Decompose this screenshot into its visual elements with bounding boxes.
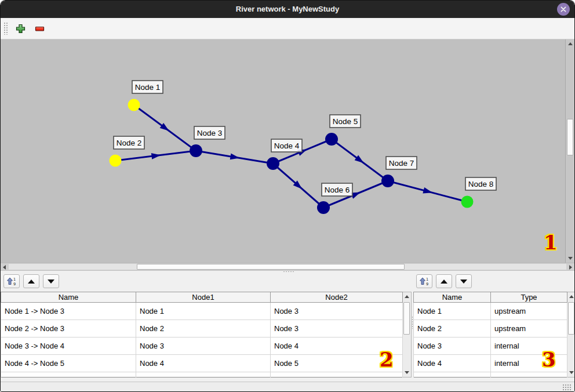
- table-cell[interactable]: Node 5: [271, 355, 403, 372]
- up-arrow-icon: [28, 280, 35, 284]
- node-label[interactable]: Node 7: [386, 157, 417, 169]
- table-cell[interactable]: Node 2: [136, 320, 271, 337]
- plus-icon: [16, 24, 26, 34]
- nodes-table-wrap: Name Type Node 1upstreamNode 2upstreamNo…: [413, 292, 575, 378]
- node-label[interactable]: Node 2: [114, 136, 144, 149]
- reaches-toolbar: 1 9: [1, 271, 412, 292]
- canvas-horizontal-scrollbar[interactable]: [1, 263, 574, 271]
- table-cell[interactable]: Node 3: [271, 303, 403, 320]
- table-row-partial: [1, 372, 403, 378]
- remove-node-button[interactable]: [32, 21, 47, 36]
- table-cell[interactable]: internal: [491, 337, 567, 355]
- app-window: River network - MyNewStudy: [0, 0, 575, 392]
- sort-button[interactable]: 1 9: [3, 274, 20, 288]
- network-node[interactable]: [325, 133, 338, 146]
- table-row[interactable]: Node 1upstream: [414, 303, 567, 320]
- scrollbar-thumb[interactable]: [567, 119, 573, 155]
- node-label[interactable]: Node 1: [132, 81, 163, 93]
- river-network-diagram[interactable]: Node 1Node 2Node 3Node 4Node 5Node 6Node…: [1, 39, 566, 263]
- table-cell[interactable]: Node 1: [136, 303, 271, 320]
- column-header-name[interactable]: Name: [414, 292, 491, 303]
- table-row[interactable]: Node 4 -> Node 5Node 4Node 5: [1, 355, 403, 372]
- network-canvas[interactable]: Node 1Node 2Node 3Node 4Node 5Node 6Node…: [1, 39, 574, 263]
- table-cell[interactable]: Node 2: [414, 320, 491, 337]
- network-node[interactable]: [461, 196, 474, 208]
- table-row[interactable]: Node 3internal: [414, 337, 567, 355]
- table-cell[interactable]: Node 1 -> Node 3: [1, 303, 136, 320]
- table-row[interactable]: Node 4internal: [414, 355, 567, 372]
- node-label[interactable]: Node 4: [271, 139, 302, 152]
- reaches-table: Name Node1 Node2 Node 1 -> Node 3Node 1N…: [1, 292, 403, 378]
- titlebar[interactable]: River network - MyNewStudy: [1, 1, 574, 18]
- table-cell[interactable]: Node 4: [136, 355, 271, 372]
- table-row[interactable]: Node 2upstream: [414, 320, 567, 337]
- table-cell[interactable]: upstream: [491, 303, 567, 320]
- table-row[interactable]: Node 3 -> Node 4Node 3Node 4: [1, 337, 403, 355]
- network-node[interactable]: [317, 201, 330, 214]
- table-cell[interactable]: upstream: [491, 320, 567, 337]
- table-cell[interactable]: Node 4: [414, 355, 491, 372]
- scroll-up-icon[interactable]: [568, 42, 573, 45]
- svg-text:Node 1: Node 1: [135, 83, 161, 92]
- table-cell[interactable]: Node 3: [414, 337, 491, 355]
- sort-icon: 1 9: [420, 277, 429, 286]
- network-node[interactable]: [128, 99, 140, 111]
- bottom-panels: 1 9 Name Node1: [1, 271, 574, 382]
- move-up-button[interactable]: [436, 274, 452, 288]
- network-node[interactable]: [110, 155, 122, 167]
- scrollbar-thumb[interactable]: [568, 302, 574, 335]
- table-cell[interactable]: Node 3 -> Node 4: [1, 337, 136, 355]
- edge-arrow-icon: [423, 187, 432, 194]
- table-cell[interactable]: Node 4: [271, 337, 403, 355]
- toolbar-drag-handle[interactable]: [3, 22, 8, 35]
- column-header-node1[interactable]: Node1: [136, 292, 271, 303]
- column-header-name[interactable]: Name: [1, 292, 136, 303]
- scrollbar-thumb[interactable]: [137, 264, 405, 270]
- table-cell: [491, 372, 567, 378]
- table-cell[interactable]: Node 3: [271, 320, 403, 337]
- move-down-button[interactable]: [43, 274, 59, 288]
- table-cell[interactable]: Node 4 -> Node 5: [1, 355, 136, 372]
- network-node[interactable]: [381, 175, 394, 187]
- table-cell[interactable]: Node 1: [414, 303, 491, 320]
- scroll-left-icon[interactable]: [3, 265, 6, 270]
- down-arrow-icon: [48, 280, 54, 284]
- scroll-down-icon[interactable]: [569, 371, 574, 374]
- node-label[interactable]: Node 8: [465, 177, 496, 190]
- scroll-down-icon[interactable]: [405, 371, 409, 374]
- node-label[interactable]: Node 3: [194, 126, 225, 139]
- svg-text:Node 4: Node 4: [274, 141, 300, 150]
- table-cell[interactable]: Node 3: [136, 337, 271, 355]
- sort-button[interactable]: 1 9: [416, 274, 432, 288]
- scroll-right-icon[interactable]: [569, 265, 572, 270]
- table-cell[interactable]: Node 2 -> Node 3: [1, 320, 136, 337]
- move-up-button[interactable]: [23, 274, 39, 288]
- table-row-partial: [414, 372, 567, 378]
- scroll-down-icon[interactable]: [568, 257, 573, 260]
- column-header-type[interactable]: Type: [491, 292, 567, 303]
- column-header-node2[interactable]: Node2: [271, 292, 403, 303]
- scroll-up-icon[interactable]: [569, 295, 574, 298]
- node-label[interactable]: Node 5: [330, 115, 361, 128]
- window-title: River network - MyNewStudy: [1, 1, 574, 18]
- svg-text:Node 7: Node 7: [389, 159, 414, 168]
- add-node-button[interactable]: [13, 21, 28, 36]
- up-arrow-icon: [441, 280, 447, 284]
- close-button[interactable]: [557, 3, 570, 16]
- canvas-vertical-scrollbar[interactable]: [565, 39, 574, 263]
- table-cell[interactable]: internal: [491, 355, 567, 372]
- move-down-button[interactable]: [456, 274, 472, 288]
- node-label[interactable]: Node 6: [322, 183, 352, 196]
- scrollbar-thumb[interactable]: [403, 302, 410, 335]
- network-node[interactable]: [190, 144, 202, 157]
- reaches-vertical-scrollbar[interactable]: [403, 292, 412, 378]
- table-row[interactable]: Node 1 -> Node 3Node 1Node 3: [1, 303, 403, 320]
- resize-grip-icon[interactable]: [562, 384, 571, 391]
- scroll-up-icon[interactable]: [405, 295, 409, 298]
- svg-text:Node 8: Node 8: [468, 180, 494, 188]
- svg-text:1: 1: [13, 277, 16, 282]
- nodes-vertical-scrollbar[interactable]: [567, 292, 575, 378]
- minus-icon: [35, 24, 45, 34]
- network-node[interactable]: [267, 157, 279, 170]
- table-row[interactable]: Node 2 -> Node 3Node 2Node 3: [1, 320, 403, 337]
